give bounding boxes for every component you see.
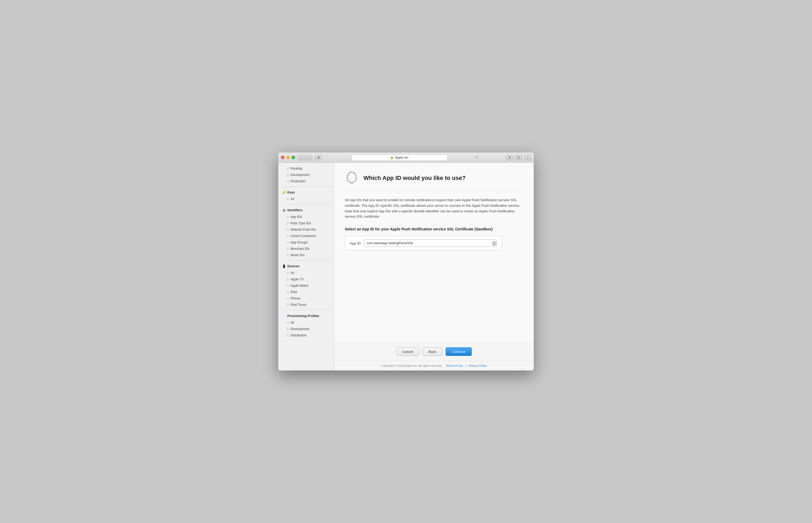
app-id-field-label: App ID: [350,241,361,245]
iphone-label: iPhone [291,296,300,300]
keys-all-label: All [291,197,294,201]
sidebar-item-provisioning-all[interactable]: All [278,320,334,326]
sidebar-item-music-ids[interactable]: Music IDs [278,252,334,258]
apple-tv-label: Apple TV [291,277,304,281]
sidebar-item-iphone[interactable]: iPhone [278,295,334,302]
pass-type-ids-label: Pass Type IDs [291,221,311,225]
sidebar-item-apple-watch[interactable]: Apple Watch [278,283,334,289]
privacy-link[interactable]: Privacy Policy [468,364,487,367]
sidebar-item-devices-all[interactable]: All [278,270,334,276]
devices-all-dot-icon [287,272,289,274]
app-groups-label: App Groups [291,240,308,244]
provisioning-all-label: All [291,321,294,324]
divider-2 [282,204,330,205]
keys-section-label: Keys [287,191,295,194]
sidebar-item-provisioning-development[interactable]: Development [278,326,334,332]
sidebar-item-ipod-touch[interactable]: iPod Touch [278,302,334,308]
sidebar-item-app-groups[interactable]: App Groups [278,239,334,246]
app-id-select-value: .com.back4app.AddingParseSDK [364,240,492,247]
sidebar-item-development[interactable]: Development [278,172,334,178]
apple-watch-dot-icon [287,285,289,287]
back-button[interactable]: Back [422,347,443,356]
apple-watch-label: Apple Watch [291,284,309,288]
app-id-row: App ID: .com.back4app.AddingParseSDK ▲ ▼ [345,236,502,250]
provisioning-distribution-label: Distribution [291,333,307,337]
sidebar-devices-section: 📱 Devices [278,263,334,270]
page-header: Which App ID would you like to use? [345,170,523,191]
url-text: Apple Inc. [395,156,409,160]
close-button[interactable] [281,156,284,159]
divider-1 [282,186,330,187]
app-groups-dot-icon [287,241,289,244]
sidebar-item-production[interactable]: Production [278,178,334,184]
iphone-dot-icon [287,297,289,300]
content-area: Pending Development Production 🔑 Keys Al… [278,163,534,371]
terms-link[interactable]: Terms of Use [446,364,463,367]
sidebar-item-pass-type-ids[interactable]: Pass Type IDs [278,220,334,227]
provisioning-dev-dot-icon [287,328,289,330]
sidebar-item-icloud-containers[interactable]: iCloud Containers [278,233,334,239]
sidebar-item-apple-tv[interactable]: Apple TV [278,276,334,283]
identifiers-section-label: Identifiers [287,208,303,212]
minimize-button[interactable] [286,156,290,159]
main-panel: Which App ID would you like to use? All … [334,163,534,371]
sidebar-item-website-push-ids[interactable]: Website Push IDs [278,227,334,233]
share-button[interactable]: ⬆ [506,155,513,160]
page-title: Which App ID would you like to use? [363,175,466,181]
footer-separator: | [465,364,466,367]
browser-window: ‹ › ⊞ 🔒 Apple Inc. ↻ ⬆ ⊡ + Pending Devel… [278,152,534,371]
description-text: All App IDs that you want to enable for … [345,197,523,219]
music-ids-label: Music IDs [291,253,305,257]
provisioning-all-dot-icon [287,322,289,324]
maximize-button[interactable] [292,156,295,159]
back-nav-button[interactable]: ‹ [298,155,305,160]
sidebar-item-merchant-ids[interactable]: Merchant IDs [278,246,334,252]
app-id-select-wrapper[interactable]: .com.back4app.AddingParseSDK ▲ ▼ [364,239,497,247]
identifiers-icon: ▤ [282,208,286,212]
new-tab-button[interactable]: + [524,155,531,160]
provisioning-section-label: Provisioning Profiles [287,314,319,318]
forward-nav-button[interactable]: › [306,155,312,160]
panel-content: Which App ID would you like to use? All … [334,163,534,342]
pass-type-ids-dot-icon [287,222,289,224]
url-bar[interactable]: 🔒 Apple Inc. [352,155,448,161]
development-dot-icon [287,174,289,176]
sidebar: Pending Development Production 🔑 Keys Al… [278,163,334,371]
continue-button[interactable]: Continue [446,347,472,356]
production-label: Production [291,179,306,183]
production-dot-icon [287,180,289,182]
footer: Copyright © 2018 Apple Inc. All rights r… [334,361,534,371]
sidebar-item-app-ids[interactable]: App IDs [278,214,334,220]
key-icon: 🔑 [282,191,286,194]
select-label: Select an App ID for your Apple Push Not… [345,227,523,231]
divider-4 [282,310,330,310]
tab-button[interactable]: ⊡ [515,155,522,160]
provisioning-development-label: Development [291,327,309,331]
stepper-down-button[interactable]: ▼ [493,244,497,246]
pending-label: Pending [291,167,302,170]
titlebar: ‹ › ⊞ 🔒 Apple Inc. ↻ ⬆ ⊡ + [278,152,534,163]
app-ids-dot-icon [287,216,289,218]
svg-marker-0 [346,171,357,184]
stepper-up-button[interactable]: ▲ [493,241,497,244]
divider-3 [282,260,330,261]
development-label: Development [291,173,309,177]
provisioning-dist-dot-icon [287,335,289,337]
sidebar-item-provisioning-distribution[interactable]: Distribution [278,332,334,339]
ipod-touch-label: iPod Touch [291,303,306,307]
sidebar-item-ipad[interactable]: iPad [278,289,334,295]
ipod-touch-dot-icon [287,304,289,306]
sidebar-identifiers-section: ▤ Identifiers [278,207,334,214]
nav-buttons: ‹ › [298,155,312,160]
sidebar-keys-section: 🔑 Keys [278,189,334,196]
sidebar-toggle-button[interactable]: ⊞ [315,155,322,160]
app-id-stepper[interactable]: ▲ ▼ [492,241,497,246]
sidebar-item-pending[interactable]: Pending [278,165,334,172]
sidebar-item-keys-all[interactable]: All [278,196,334,202]
gear-icon-container [345,170,359,185]
apple-tv-dot-icon [287,278,289,281]
cancel-button[interactable]: Cancel [396,347,419,356]
reload-button[interactable]: ↻ [473,155,480,161]
ipad-label: iPad [291,290,297,294]
gear-icon [345,170,359,184]
